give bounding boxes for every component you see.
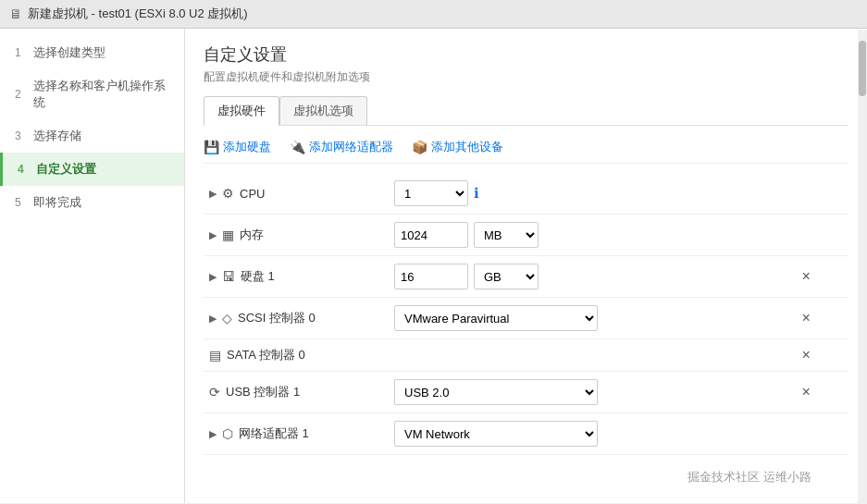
sidebar-item-step2[interactable]: 2 选择名称和客户机操作系统 [0, 69, 184, 119]
sata-icon: ▤ [209, 348, 221, 363]
scrollbar-thumb[interactable] [859, 41, 866, 96]
memory-value-input[interactable] [394, 222, 468, 248]
sidebar-item-step5[interactable]: 5 即将完成 [0, 186, 184, 219]
watermark: 掘金技术社区 运维小路 [687, 469, 811, 486]
table-row: ▶ ⬡ 网络适配器 1 VM Network Management Networ… [204, 413, 848, 455]
sidebar-item-step1[interactable]: 1 选择创建类型 [0, 36, 184, 69]
expand-disk-button[interactable]: ▶ [209, 271, 217, 283]
disk1-unit-select[interactable]: GBMBTB [474, 264, 539, 289]
expand-network-button[interactable]: ▶ [209, 428, 217, 440]
page-title: 自定义设置 [204, 43, 848, 66]
scsi-type-select[interactable]: VMware Paravirtual LSI Logic Parallel LS… [394, 305, 598, 331]
table-row: ⟳ USB 控制器 1 USB 2.0 USB 3.0 USB 3.1 [204, 372, 848, 413]
sidebar-item-step4[interactable]: 4 自定义设置 [0, 153, 184, 186]
table-row: ▶ ◇ SCSI 控制器 0 VMware Paravirtual LSI Lo… [204, 298, 848, 339]
table-row: ▶ ⚙ CPU 1248 ℹ [204, 173, 848, 215]
disk1-label: 硬盘 1 [241, 268, 275, 285]
network-adapter-label: 网络适配器 1 [239, 425, 309, 442]
scrollbar-track[interactable] [858, 30, 867, 504]
title-bar: 🖥 新建虚拟机 - test01 (ESXi 8.0 U2 虚拟机) [0, 0, 867, 29]
usb-icon: ⟳ [209, 385, 220, 400]
cpu-icon: ⚙ [222, 186, 234, 201]
usb-delete-button[interactable]: × [797, 382, 816, 401]
add-other-device-button[interactable]: 📦 添加其他设备 [412, 139, 503, 155]
tab-virtual-hardware[interactable]: 虚拟硬件 [204, 96, 279, 126]
expand-cpu-button[interactable]: ▶ [209, 188, 217, 200]
tab-vm-options[interactable]: 虚拟机选项 [279, 96, 367, 125]
scsi-label: SCSI 控制器 0 [238, 310, 316, 326]
disk-icon: 💾 [204, 140, 219, 154]
cpu-info-icon[interactable]: ℹ [474, 185, 479, 202]
network-icon: 🔌 [290, 140, 305, 154]
toolbar: 💾 添加硬盘 🔌 添加网络适配器 📦 添加其他设备 [204, 139, 848, 164]
memory-label: 内存 [240, 227, 264, 243]
add-disk-button[interactable]: 💾 添加硬盘 [204, 139, 271, 155]
table-row: ▶ 🖫 硬盘 1 GBMBTB × [204, 256, 848, 298]
table-row: ▤ SATA 控制器 0 × [204, 339, 848, 372]
cpu-count-select[interactable]: 1248 [394, 180, 468, 206]
scsi-delete-button[interactable]: × [797, 308, 816, 327]
usb-label: USB 控制器 1 [226, 384, 300, 400]
hardware-table: ▶ ⚙ CPU 1248 ℹ [204, 173, 848, 455]
tab-bar: 虚拟硬件 虚拟机选项 [204, 96, 848, 126]
sata-delete-button[interactable]: × [797, 345, 816, 364]
usb-type-select[interactable]: USB 2.0 USB 3.0 USB 3.1 [394, 379, 598, 405]
sidebar: 1 选择创建类型 2 选择名称和客户机操作系统 3 选择存储 4 自定义设置 5… [0, 29, 185, 503]
cpu-label: CPU [240, 187, 265, 201]
title-bar-icon: 🖥 [9, 6, 22, 21]
title-bar-title: 新建虚拟机 - test01 (ESXi 8.0 U2 虚拟机) [28, 6, 248, 22]
content-area: 自定义设置 配置虚拟机硬件和虚拟机附加选项 虚拟硬件 虚拟机选项 💾 添加硬盘 … [185, 29, 867, 503]
memory-icon: ▦ [222, 227, 234, 242]
network-adapter-select[interactable]: VM Network Management Network vMotion [394, 421, 598, 447]
sata-label: SATA 控制器 0 [227, 347, 305, 363]
add-network-adapter-button[interactable]: 🔌 添加网络适配器 [290, 139, 393, 155]
device-icon: 📦 [412, 140, 427, 154]
expand-memory-button[interactable]: ▶ [209, 229, 217, 241]
disk1-delete-button[interactable]: × [797, 266, 816, 286]
disk1-icon: 🖫 [222, 269, 235, 284]
expand-scsi-button[interactable]: ▶ [209, 313, 217, 325]
disk1-value-input[interactable] [394, 264, 468, 289]
page-subtitle: 配置虚拟机硬件和虚拟机附加选项 [204, 69, 848, 85]
memory-unit-select[interactable]: MBGB [474, 222, 539, 248]
network-adapter-icon: ⬡ [222, 426, 233, 441]
scsi-icon: ◇ [222, 311, 232, 326]
sidebar-item-step3[interactable]: 3 选择存储 [0, 119, 184, 153]
table-row: ▶ ▦ 内存 MBGB [204, 215, 848, 256]
